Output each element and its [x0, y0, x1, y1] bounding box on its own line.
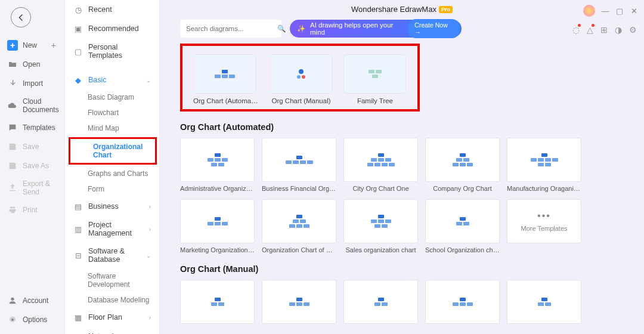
form-sub[interactable]: Form	[65, 181, 159, 197]
template-card[interactable]	[262, 280, 336, 334]
back-button[interactable]	[11, 7, 31, 27]
sparkle-icon: ✨	[297, 24, 305, 33]
search-box[interactable]: 🔍	[180, 20, 281, 38]
options-button[interactable]: Options	[0, 310, 64, 329]
software-database-item[interactable]: ⊟ Software & Database ⌄	[65, 242, 159, 268]
business-item[interactable]: ▤ Business ›	[65, 197, 159, 216]
header-row: 🔍 ✨ AI drawing helps open your mind Crea…	[160, 20, 644, 44]
templates-button[interactable]: Templates	[0, 118, 64, 137]
floor-plan-item[interactable]: ▦ Floor Plan ›	[65, 308, 159, 327]
close-button[interactable]: ✕	[630, 7, 638, 15]
chevron-down-icon: ⌄	[146, 252, 151, 259]
template-card[interactable]	[425, 280, 500, 334]
featured-label: Family Tree	[343, 97, 407, 104]
save-as-button[interactable]: Save As	[0, 156, 64, 175]
export-send-button[interactable]: Export & Send	[0, 175, 64, 200]
print-button[interactable]: Print	[0, 200, 64, 219]
basic-label: Basic	[88, 76, 107, 84]
software-dev-sub[interactable]: Software Development	[65, 268, 159, 292]
open-button[interactable]: Open	[0, 55, 64, 74]
settings-icon[interactable]: ⚙	[629, 25, 637, 35]
export-icon	[7, 183, 18, 193]
network-icon: ⊞	[73, 332, 83, 334]
basic-item[interactable]: ◆ Basic ⌄	[65, 70, 159, 89]
print-icon	[7, 205, 18, 215]
template-card[interactable]: Company Org Chart	[425, 138, 500, 192]
cloud-icon	[7, 100, 18, 111]
template-card[interactable]: Business Financial Organiz...	[262, 138, 336, 192]
thumb	[343, 54, 406, 94]
template-card[interactable]	[507, 280, 581, 334]
import-button[interactable]: Import	[0, 74, 64, 93]
featured-card[interactable]: Org Chart (Automate...	[193, 54, 259, 104]
chat-icon	[7, 122, 18, 133]
template-card[interactable]: Manufacturing Oraganizati...	[507, 138, 581, 192]
recommended-item[interactable]: ▣ Recommended	[65, 19, 159, 38]
print-label: Print	[23, 206, 38, 214]
content-scroll[interactable]: Org Chart (Automate... Org Chart (Manual…	[160, 44, 644, 334]
account-label: Account	[23, 296, 48, 305]
avatar[interactable]	[583, 5, 595, 17]
featured-label: Org Chart (Manual)	[270, 97, 333, 104]
promo-create-button[interactable]: Create Now →	[408, 19, 459, 38]
business-label: Business	[88, 202, 119, 211]
plus-icon: +	[7, 40, 18, 51]
options-label: Options	[23, 316, 47, 324]
basic-diagram-sub[interactable]: Basic Diagram	[65, 89, 159, 105]
promo-text: AI drawing helps open your mind	[310, 21, 404, 36]
left-panel: + New + Open Import Cloud Documents Temp…	[0, 0, 65, 334]
fp-label: Floor Plan	[88, 313, 122, 321]
gear-icon	[7, 314, 18, 325]
save-button[interactable]: Save	[0, 137, 64, 156]
new-button[interactable]: + New +	[0, 36, 64, 55]
theme-icon[interactable]: ◑	[615, 25, 622, 35]
help-icon[interactable]: ◌	[572, 25, 580, 35]
project-management-item[interactable]: ▥ Project Management ›	[65, 216, 159, 242]
template-card[interactable]: School Organization chart	[425, 199, 500, 253]
promo-banner[interactable]: ✨ AI drawing helps open your mind Create…	[290, 20, 462, 38]
pm-label: Project Management	[88, 221, 144, 237]
template-grid	[180, 280, 632, 334]
mind-map-sub[interactable]: Mind Map	[65, 120, 159, 136]
template-card[interactable]: City Org Chart One	[343, 138, 418, 192]
person-icon: ▢	[73, 47, 83, 56]
bell-icon[interactable]: △	[587, 25, 593, 35]
template-card[interactable]: Organization Chart of Sale...	[262, 199, 336, 253]
template-grid: Administrative Organizatio... Business F…	[180, 138, 632, 253]
window-controls: — ▢ ✕	[583, 5, 638, 17]
template-card[interactable]: Sales organization chart	[343, 199, 418, 253]
recent-label: Recent	[88, 5, 112, 14]
dots-icon: •••	[537, 211, 551, 221]
flowchart-sub[interactable]: Flowchart	[65, 105, 159, 120]
svg-point-0	[11, 298, 14, 301]
minimize-button[interactable]: —	[601, 7, 609, 15]
open-label: Open	[23, 60, 40, 69]
recent-item[interactable]: ◷ Recent	[65, 0, 159, 19]
network-item[interactable]: ⊞ Network ›	[65, 327, 159, 334]
featured-card[interactable]: Org Chart (Manual)	[270, 54, 333, 104]
database-modeling-sub[interactable]: Database Modeling	[65, 292, 159, 308]
template-card[interactable]	[180, 280, 255, 334]
template-card[interactable]: Administrative Organizatio...	[180, 138, 255, 192]
grid-icon[interactable]: ⊞	[600, 25, 608, 35]
toolbar-mini: ◌ △ ⊞ ◑ ⚙	[572, 25, 637, 35]
main-area: — ▢ ✕ Wondershare EdrawMax Pro ◌ △ ⊞ ◑ ⚙…	[160, 0, 644, 334]
graphs-charts-sub[interactable]: Graphs and Charts	[65, 166, 159, 181]
personal-templates-label: Personal Templates	[88, 43, 151, 60]
template-card[interactable]	[343, 280, 418, 334]
cloud-documents-button[interactable]: Cloud Documents	[0, 93, 64, 118]
account-button[interactable]: Account	[0, 291, 64, 310]
search-icon: 🔍	[277, 24, 286, 33]
more-templates-card[interactable]: •••More Templates	[507, 199, 581, 253]
sd-label: Software & Database	[88, 247, 141, 264]
database-icon: ⊟	[73, 250, 83, 260]
plus-right-icon: +	[51, 41, 57, 50]
organizational-chart-sub[interactable]: Organizational Chart	[70, 139, 155, 163]
template-card[interactable]: Marketing Organization Ch...	[180, 199, 255, 253]
title-bar: Wondershare EdrawMax Pro	[160, 4, 644, 20]
personal-templates-item[interactable]: ▢ Personal Templates	[65, 38, 159, 64]
maximize-button[interactable]: ▢	[615, 7, 624, 15]
floorplan-icon: ▦	[73, 313, 83, 322]
featured-card[interactable]: Family Tree	[343, 54, 407, 104]
search-input[interactable]	[186, 25, 274, 32]
